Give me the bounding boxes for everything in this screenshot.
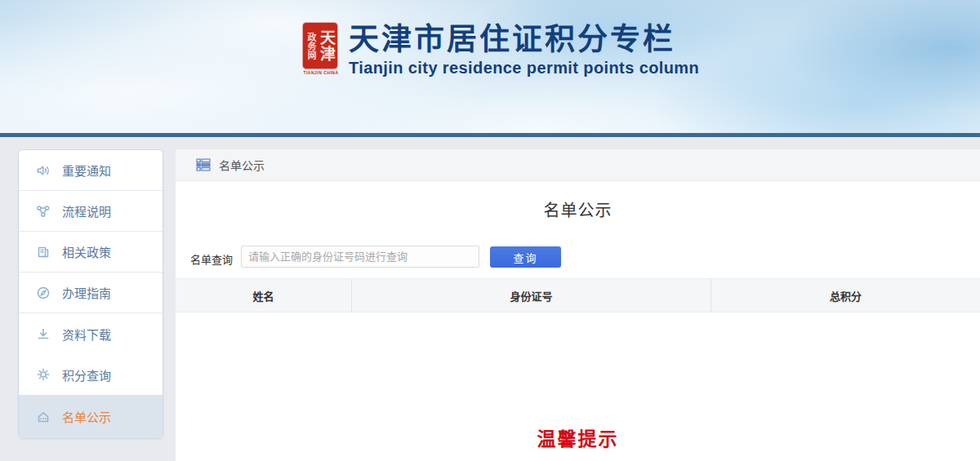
id-number-search-input[interactable]	[241, 246, 479, 268]
sidebar-item-important-notices[interactable]: 重要通知	[19, 150, 163, 191]
header-divider-bar	[0, 133, 980, 137]
sidebar-item-data-download[interactable]: 资料下载	[19, 313, 163, 354]
list-grid-icon	[196, 158, 211, 171]
column-header-total-points: 总积分	[710, 279, 980, 312]
breadcrumb-label: 名单公示	[219, 157, 265, 173]
column-header-id-number: 身份证号	[351, 279, 710, 312]
sidebar-item-roster-publicity[interactable]: 名单公示	[19, 395, 163, 438]
column-header-name: 姓名	[176, 279, 351, 312]
sidebar-item-process-description[interactable]: 流程说明	[19, 191, 163, 232]
sidebar-item-related-policies[interactable]: 相关政策	[19, 232, 163, 273]
seal-main-chars: 天津	[318, 29, 334, 62]
roster-icon	[35, 409, 51, 425]
sidebar-item-label: 名单公示	[62, 408, 111, 425]
sidebar-item-points-inquiry[interactable]: 积分查询	[19, 354, 163, 395]
sidebar-item-label: 流程说明	[62, 202, 111, 219]
roster-table-header: 姓名 身份证号 总积分	[176, 278, 980, 313]
site-title: 天津市居住证积分专栏	[349, 23, 699, 57]
sidebar-item-handling-guide[interactable]: 办理指南	[19, 273, 163, 313]
breadcrumb: 名单公示	[176, 149, 980, 181]
warm-tips-heading: 温馨提示	[176, 423, 980, 451]
compass-icon	[35, 285, 51, 301]
search-label: 名单查询	[190, 251, 233, 267]
seal-stamp: 天津 政务网	[303, 23, 337, 69]
download-icon	[35, 326, 51, 342]
sidebar-item-label: 相关政策	[62, 243, 111, 260]
policy-icon	[35, 244, 51, 260]
brand: 天津 政务网 TIANJIN CHINA 天津市居住证积分专栏 Tianjin …	[303, 23, 699, 78]
seal-caption: TIANJIN CHINA	[303, 70, 339, 75]
brand-text: 天津市居住证积分专栏 Tianjin city residence permit…	[349, 23, 699, 78]
site-subtitle: Tianjin city residence permit points col…	[349, 58, 699, 78]
sidebar-item-label: 资料下载	[62, 326, 111, 343]
site-header: 天津 政务网 TIANJIN CHINA 天津市居住证积分专栏 Tianjin …	[0, 0, 980, 133]
sidebar-menu: 重要通知 流程说明 相关政策	[18, 149, 163, 439]
page-title: 名单公示	[176, 197, 980, 221]
tianjin-seal-logo: 天津 政务网 TIANJIN CHINA	[303, 23, 339, 75]
seal-side-chars: 政务网	[306, 33, 316, 60]
flow-icon	[35, 203, 51, 219]
sidebar-item-label: 积分查询	[62, 366, 111, 383]
speaker-icon	[35, 162, 51, 179]
sidebar-item-label: 重要通知	[62, 162, 111, 179]
points-icon	[35, 366, 51, 383]
sidebar-item-label: 办理指南	[62, 284, 111, 301]
search-button[interactable]: 查询	[490, 246, 561, 268]
roster-search-form: 名单查询 查询	[176, 246, 980, 270]
main-content: 名单公示 名单公示 名单查询 查询 姓名 身份证号 总积分 温馨提示	[176, 149, 980, 461]
